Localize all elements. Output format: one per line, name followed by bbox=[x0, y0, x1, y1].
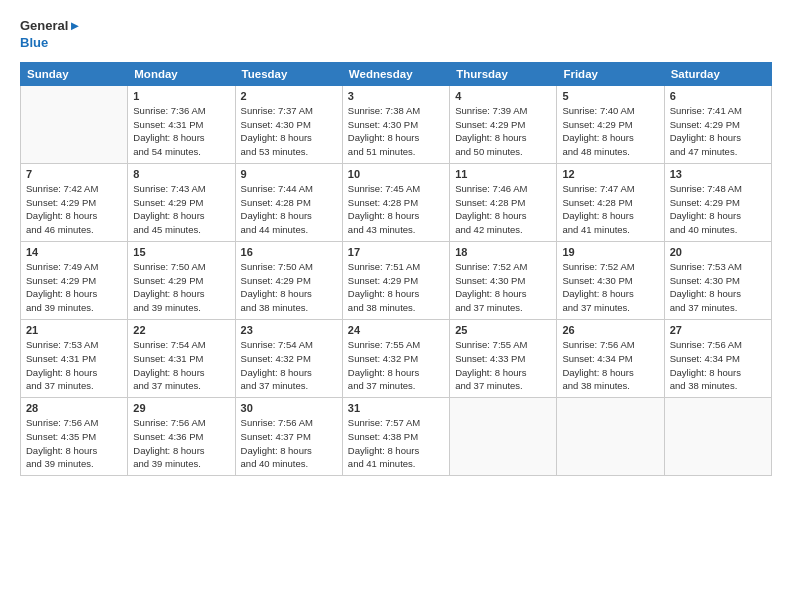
day-info: Sunrise: 7:50 AMSunset: 4:29 PMDaylight:… bbox=[133, 260, 229, 315]
calendar-cell: 8Sunrise: 7:43 AMSunset: 4:29 PMDaylight… bbox=[128, 163, 235, 241]
calendar-cell: 3Sunrise: 7:38 AMSunset: 4:30 PMDaylight… bbox=[342, 85, 449, 163]
day-info: Sunrise: 7:46 AMSunset: 4:28 PMDaylight:… bbox=[455, 182, 551, 237]
calendar-table: SundayMondayTuesdayWednesdayThursdayFrid… bbox=[20, 62, 772, 476]
day-number: 28 bbox=[26, 402, 122, 414]
day-number: 2 bbox=[241, 90, 337, 102]
day-number: 29 bbox=[133, 402, 229, 414]
calendar-cell bbox=[450, 398, 557, 476]
calendar-cell: 12Sunrise: 7:47 AMSunset: 4:28 PMDayligh… bbox=[557, 163, 664, 241]
day-info: Sunrise: 7:54 AMSunset: 4:31 PMDaylight:… bbox=[133, 338, 229, 393]
day-info: Sunrise: 7:54 AMSunset: 4:32 PMDaylight:… bbox=[241, 338, 337, 393]
day-info: Sunrise: 7:38 AMSunset: 4:30 PMDaylight:… bbox=[348, 104, 444, 159]
day-number: 15 bbox=[133, 246, 229, 258]
day-number: 5 bbox=[562, 90, 658, 102]
day-info: Sunrise: 7:45 AMSunset: 4:28 PMDaylight:… bbox=[348, 182, 444, 237]
calendar-cell: 18Sunrise: 7:52 AMSunset: 4:30 PMDayligh… bbox=[450, 241, 557, 319]
day-info: Sunrise: 7:48 AMSunset: 4:29 PMDaylight:… bbox=[670, 182, 766, 237]
day-number: 23 bbox=[241, 324, 337, 336]
day-info: Sunrise: 7:52 AMSunset: 4:30 PMDaylight:… bbox=[562, 260, 658, 315]
day-number: 21 bbox=[26, 324, 122, 336]
day-number: 7 bbox=[26, 168, 122, 180]
calendar-cell: 11Sunrise: 7:46 AMSunset: 4:28 PMDayligh… bbox=[450, 163, 557, 241]
day-info: Sunrise: 7:43 AMSunset: 4:29 PMDaylight:… bbox=[133, 182, 229, 237]
day-number: 13 bbox=[670, 168, 766, 180]
weekday-header-friday: Friday bbox=[557, 62, 664, 85]
day-number: 10 bbox=[348, 168, 444, 180]
page: General► Blue SundayMondayTuesdayWednesd… bbox=[0, 0, 792, 612]
day-number: 6 bbox=[670, 90, 766, 102]
calendar-cell: 29Sunrise: 7:56 AMSunset: 4:36 PMDayligh… bbox=[128, 398, 235, 476]
calendar-cell: 27Sunrise: 7:56 AMSunset: 4:34 PMDayligh… bbox=[664, 319, 771, 397]
calendar-cell: 10Sunrise: 7:45 AMSunset: 4:28 PMDayligh… bbox=[342, 163, 449, 241]
weekday-header-thursday: Thursday bbox=[450, 62, 557, 85]
day-number: 22 bbox=[133, 324, 229, 336]
day-number: 30 bbox=[241, 402, 337, 414]
calendar-cell: 31Sunrise: 7:57 AMSunset: 4:38 PMDayligh… bbox=[342, 398, 449, 476]
logo-text: General► Blue bbox=[20, 18, 81, 52]
logo: General► Blue bbox=[20, 18, 81, 52]
weekday-header-saturday: Saturday bbox=[664, 62, 771, 85]
day-number: 12 bbox=[562, 168, 658, 180]
day-number: 17 bbox=[348, 246, 444, 258]
calendar-cell: 21Sunrise: 7:53 AMSunset: 4:31 PMDayligh… bbox=[21, 319, 128, 397]
week-row-3: 21Sunrise: 7:53 AMSunset: 4:31 PMDayligh… bbox=[21, 319, 772, 397]
weekday-header-wednesday: Wednesday bbox=[342, 62, 449, 85]
header: General► Blue bbox=[20, 18, 772, 52]
weekday-header-row: SundayMondayTuesdayWednesdayThursdayFrid… bbox=[21, 62, 772, 85]
calendar-cell: 28Sunrise: 7:56 AMSunset: 4:35 PMDayligh… bbox=[21, 398, 128, 476]
day-info: Sunrise: 7:50 AMSunset: 4:29 PMDaylight:… bbox=[241, 260, 337, 315]
day-info: Sunrise: 7:56 AMSunset: 4:35 PMDaylight:… bbox=[26, 416, 122, 471]
calendar-cell: 2Sunrise: 7:37 AMSunset: 4:30 PMDaylight… bbox=[235, 85, 342, 163]
day-info: Sunrise: 7:55 AMSunset: 4:32 PMDaylight:… bbox=[348, 338, 444, 393]
day-number: 3 bbox=[348, 90, 444, 102]
day-number: 18 bbox=[455, 246, 551, 258]
weekday-header-tuesday: Tuesday bbox=[235, 62, 342, 85]
day-info: Sunrise: 7:52 AMSunset: 4:30 PMDaylight:… bbox=[455, 260, 551, 315]
week-row-4: 28Sunrise: 7:56 AMSunset: 4:35 PMDayligh… bbox=[21, 398, 772, 476]
day-info: Sunrise: 7:49 AMSunset: 4:29 PMDaylight:… bbox=[26, 260, 122, 315]
calendar-cell bbox=[557, 398, 664, 476]
day-number: 16 bbox=[241, 246, 337, 258]
day-info: Sunrise: 7:37 AMSunset: 4:30 PMDaylight:… bbox=[241, 104, 337, 159]
calendar-cell: 7Sunrise: 7:42 AMSunset: 4:29 PMDaylight… bbox=[21, 163, 128, 241]
weekday-header-monday: Monday bbox=[128, 62, 235, 85]
day-info: Sunrise: 7:53 AMSunset: 4:30 PMDaylight:… bbox=[670, 260, 766, 315]
day-info: Sunrise: 7:55 AMSunset: 4:33 PMDaylight:… bbox=[455, 338, 551, 393]
calendar-cell: 20Sunrise: 7:53 AMSunset: 4:30 PMDayligh… bbox=[664, 241, 771, 319]
day-number: 26 bbox=[562, 324, 658, 336]
calendar-cell bbox=[21, 85, 128, 163]
calendar-cell: 30Sunrise: 7:56 AMSunset: 4:37 PMDayligh… bbox=[235, 398, 342, 476]
logo-blue: Blue bbox=[20, 35, 48, 50]
day-number: 1 bbox=[133, 90, 229, 102]
day-number: 27 bbox=[670, 324, 766, 336]
day-info: Sunrise: 7:41 AMSunset: 4:29 PMDaylight:… bbox=[670, 104, 766, 159]
day-info: Sunrise: 7:47 AMSunset: 4:28 PMDaylight:… bbox=[562, 182, 658, 237]
logo-general: General bbox=[20, 18, 68, 33]
calendar-cell: 5Sunrise: 7:40 AMSunset: 4:29 PMDaylight… bbox=[557, 85, 664, 163]
calendar-cell: 17Sunrise: 7:51 AMSunset: 4:29 PMDayligh… bbox=[342, 241, 449, 319]
calendar-cell: 14Sunrise: 7:49 AMSunset: 4:29 PMDayligh… bbox=[21, 241, 128, 319]
day-info: Sunrise: 7:36 AMSunset: 4:31 PMDaylight:… bbox=[133, 104, 229, 159]
weekday-header-sunday: Sunday bbox=[21, 62, 128, 85]
day-number: 31 bbox=[348, 402, 444, 414]
calendar-cell: 4Sunrise: 7:39 AMSunset: 4:29 PMDaylight… bbox=[450, 85, 557, 163]
calendar-cell: 26Sunrise: 7:56 AMSunset: 4:34 PMDayligh… bbox=[557, 319, 664, 397]
day-info: Sunrise: 7:56 AMSunset: 4:36 PMDaylight:… bbox=[133, 416, 229, 471]
day-info: Sunrise: 7:57 AMSunset: 4:38 PMDaylight:… bbox=[348, 416, 444, 471]
day-info: Sunrise: 7:56 AMSunset: 4:34 PMDaylight:… bbox=[670, 338, 766, 393]
day-info: Sunrise: 7:53 AMSunset: 4:31 PMDaylight:… bbox=[26, 338, 122, 393]
calendar-cell bbox=[664, 398, 771, 476]
day-info: Sunrise: 7:39 AMSunset: 4:29 PMDaylight:… bbox=[455, 104, 551, 159]
day-info: Sunrise: 7:56 AMSunset: 4:34 PMDaylight:… bbox=[562, 338, 658, 393]
week-row-2: 14Sunrise: 7:49 AMSunset: 4:29 PMDayligh… bbox=[21, 241, 772, 319]
week-row-1: 7Sunrise: 7:42 AMSunset: 4:29 PMDaylight… bbox=[21, 163, 772, 241]
day-info: Sunrise: 7:44 AMSunset: 4:28 PMDaylight:… bbox=[241, 182, 337, 237]
day-number: 24 bbox=[348, 324, 444, 336]
day-number: 14 bbox=[26, 246, 122, 258]
day-number: 4 bbox=[455, 90, 551, 102]
calendar-cell: 9Sunrise: 7:44 AMSunset: 4:28 PMDaylight… bbox=[235, 163, 342, 241]
day-info: Sunrise: 7:56 AMSunset: 4:37 PMDaylight:… bbox=[241, 416, 337, 471]
calendar-cell: 15Sunrise: 7:50 AMSunset: 4:29 PMDayligh… bbox=[128, 241, 235, 319]
day-number: 19 bbox=[562, 246, 658, 258]
logo-triangle: ► bbox=[68, 18, 81, 33]
